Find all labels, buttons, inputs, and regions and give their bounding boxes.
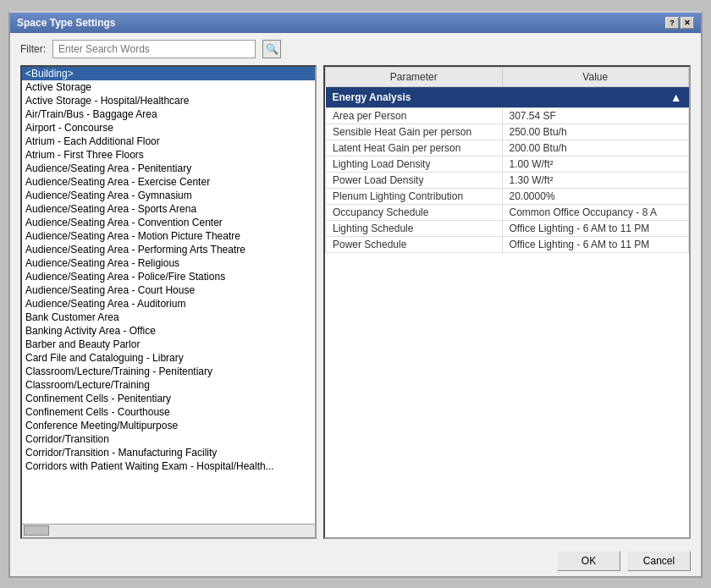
list-item[interactable]: Audience/Seating Area - Sports Arena (22, 202, 315, 216)
table-row: Area per Person307.54 SF (326, 107, 689, 124)
list-item[interactable]: Classroom/Lecture/Training - Penitentiar… (22, 365, 315, 378)
help-button[interactable]: ? (665, 17, 679, 29)
param-name: Plenum Lighting Contribution (326, 188, 503, 204)
param-value: Office Lighting - 6 AM to 11 PM (502, 220, 689, 236)
param-value: 200.00 Btu/h (502, 140, 689, 156)
list-item[interactable]: <Building> (22, 67, 315, 80)
list-item[interactable]: Audience/Seating Area - Penitentiary (22, 162, 315, 175)
list-item[interactable]: Audience/Seating Area - Performing Arts … (22, 243, 315, 256)
param-value: 250.00 Btu/h (502, 124, 689, 140)
param-name: Area per Person (326, 107, 503, 124)
param-name: Occupancy Schedule (326, 204, 503, 220)
dialog-window: Space Type Settings ? ✕ Filter: 🔍 <Build… (8, 11, 703, 578)
table-row: Occupancy ScheduleCommon Office Occupanc… (326, 204, 689, 220)
list-item[interactable]: Confinement Cells - Courthouse (22, 405, 315, 419)
list-item[interactable]: Bank Customer Area (22, 310, 315, 324)
list-item[interactable]: Audience/Seating Area - Convention Cente… (22, 216, 315, 229)
list-item[interactable]: Audience/Seating Area - Police/Fire Stat… (22, 270, 315, 283)
space-type-list: <Building>Active StorageActive Storage -… (20, 65, 317, 539)
param-value: 307.54 SF (502, 107, 689, 124)
param-value: Office Lighting - 6 AM to 11 PM (502, 236, 689, 252)
list-item[interactable]: Air/Train/Bus - Baggage Area (22, 107, 315, 121)
list-item[interactable]: Audience/Seating Area - Gymnasium (22, 189, 315, 202)
list-item[interactable]: Card File and Cataloguing - Library (22, 351, 315, 365)
list-item[interactable]: Corridors with Patient Waiting Exam - Ho… (22, 459, 315, 473)
param-name: Lighting Schedule (326, 220, 503, 236)
ok-button[interactable]: OK (557, 551, 620, 571)
filter-label: Filter: (20, 43, 46, 55)
list-item[interactable]: Classroom/Lecture/Training (22, 378, 315, 392)
table-row: Lighting Load Density1.00 W/ft² (326, 156, 689, 172)
list-item[interactable]: Audience/Seating Area - Court House (22, 283, 315, 297)
column-header-value: Value (502, 67, 689, 86)
param-name: Lighting Load Density (326, 156, 503, 172)
filter-bar: Filter: 🔍 (10, 33, 701, 65)
param-value: 1.00 W/ft² (502, 156, 689, 172)
list-item[interactable]: Atrium - First Three Floors (22, 148, 315, 162)
list-item[interactable]: Active Storage - Hospital/Healthcare (22, 94, 315, 107)
main-content: <Building>Active StorageActive Storage -… (10, 65, 701, 546)
param-value: 1.30 W/ft² (502, 172, 689, 188)
param-value: Common Office Occupancy - 8 A (502, 204, 689, 220)
list-container[interactable]: <Building>Active StorageActive Storage -… (22, 67, 315, 524)
param-name: Power Schedule (326, 236, 503, 252)
list-item[interactable]: Airport - Concourse (22, 121, 315, 135)
list-item[interactable]: Banking Activity Area - Office (22, 324, 315, 338)
column-header-parameter: Parameter (326, 67, 503, 86)
section-header: Energy Analysis▲ (326, 86, 689, 107)
list-item[interactable]: Atrium - Each Additional Floor (22, 135, 315, 148)
parameter-table: Parameter Value Energy Analysis▲Area per… (325, 67, 689, 253)
list-item[interactable]: Confinement Cells - Penitentiary (22, 392, 315, 405)
list-item[interactable]: Audience/Seating Area - Motion Picture T… (22, 229, 315, 243)
list-item[interactable]: Corridor/Transition (22, 432, 315, 446)
param-value: 20.0000% (502, 188, 689, 204)
table-row: Plenum Lighting Contribution20.0000% (326, 188, 689, 204)
table-row: Power Load Density1.30 W/ft² (326, 172, 689, 188)
table-row: Power ScheduleOffice Lighting - 6 AM to … (326, 236, 689, 252)
param-name: Power Load Density (326, 172, 503, 188)
dialog-title: Space Type Settings (17, 17, 115, 29)
list-item[interactable]: Audience/Seating Area - Religious (22, 256, 315, 270)
horizontal-scrollbar[interactable] (22, 524, 315, 537)
title-bar-buttons: ? ✕ (665, 17, 694, 29)
list-item[interactable]: Barber and Beauty Parlor (22, 338, 315, 351)
list-item[interactable]: Corridor/Transition - Manufacturing Faci… (22, 446, 315, 459)
list-item[interactable]: Conference Meeting/Multipurpose (22, 419, 315, 432)
list-item[interactable]: Audience/Seating Area - Exercise Center (22, 175, 315, 189)
list-item[interactable]: Audience/Seating Area - Auditorium (22, 297, 315, 310)
list-item[interactable]: Active Storage (22, 80, 315, 94)
param-name: Latent Heat Gain per person (326, 140, 503, 156)
title-bar: Space Type Settings ? ✕ (10, 13, 701, 33)
table-row: Sensible Heat Gain per person250.00 Btu/… (326, 124, 689, 140)
cancel-button[interactable]: Cancel (627, 551, 691, 571)
table-row: Latent Heat Gain per person200.00 Btu/h (326, 140, 689, 156)
param-name: Sensible Heat Gain per person (326, 124, 503, 140)
table-row: Lighting ScheduleOffice Lighting - 6 AM … (326, 220, 689, 236)
parameter-panel: Parameter Value Energy Analysis▲Area per… (323, 65, 691, 539)
close-button[interactable]: ✕ (681, 17, 694, 29)
search-input[interactable] (52, 40, 256, 58)
search-button[interactable]: 🔍 (262, 40, 281, 58)
footer: OK Cancel (10, 546, 701, 576)
